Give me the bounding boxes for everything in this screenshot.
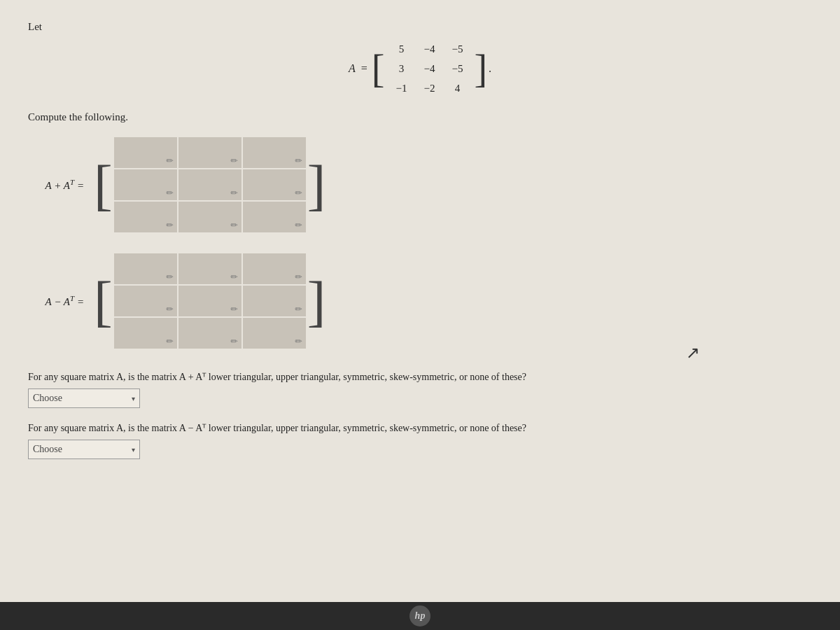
period: . <box>489 62 491 75</box>
matrix-bracket-container: [ 5 −4 −5 3 −4 −5 −1 −2 4 ] <box>372 40 487 97</box>
pencil-icon: ✎ <box>293 335 305 348</box>
let-label: Let <box>28 21 812 33</box>
eq2-input-20[interactable]: ✎ <box>114 318 177 349</box>
bracket-right: ] <box>474 49 487 88</box>
eq1-input-10[interactable]: ✎ <box>114 169 177 200</box>
pencil-icon: ✎ <box>293 155 305 167</box>
eq1-input-12[interactable]: ✎ <box>243 169 306 200</box>
pencil-icon: ✎ <box>164 155 176 167</box>
eq1-label: A + AT = <box>28 178 84 192</box>
eq2-matrix-wrapper: [ ✎ ✎ ✎ ✎ ✎ ✎ ✎ ✎ ✎ ] <box>94 253 326 349</box>
eq1-bracket-right: ] <box>307 158 326 211</box>
matrix-cell-21: −2 <box>415 83 443 94</box>
eq1-input-01[interactable]: ✎ <box>178 137 241 168</box>
eq2-input-10[interactable]: ✎ <box>114 286 177 316</box>
eq2-input-grid: ✎ ✎ ✎ ✎ ✎ ✎ ✎ ✎ ✎ <box>114 253 306 349</box>
question2-section: For any square matrix A, is the matrix A… <box>28 421 812 459</box>
bracket-left: [ <box>372 49 385 88</box>
choose-dropdown-1[interactable]: Choose ▾ <box>28 388 140 408</box>
matrix-cell-20: −1 <box>387 83 415 94</box>
matrix-display: A = [ 5 −4 −5 3 −4 −5 −1 −2 4 ] . <box>28 40 812 97</box>
question2-text: For any square matrix A, is the matrix A… <box>28 421 812 435</box>
eq2-input-02[interactable]: ✎ <box>243 253 306 284</box>
pencil-icon: ✎ <box>164 335 176 348</box>
eq1-bracket-left: [ <box>94 158 113 211</box>
matrix-cell-11: −4 <box>415 63 443 75</box>
pencil-icon: ✎ <box>164 271 176 284</box>
matrix-cell-22: 4 <box>443 83 471 94</box>
pencil-icon: ✎ <box>228 271 241 284</box>
eq2-bracket-left: [ <box>94 274 113 328</box>
question1-text: For any square matrix A, is the matrix A… <box>28 370 812 384</box>
choose-label-2: Choose <box>33 444 132 455</box>
eq1-input-11[interactable]: ✎ <box>178 169 241 200</box>
eq1-input-20[interactable]: ✎ <box>114 202 177 232</box>
pencil-icon: ✎ <box>293 303 305 316</box>
eq2-input-12[interactable]: ✎ <box>243 286 306 316</box>
compute-heading: Compute the following. <box>28 111 812 123</box>
matrix-grid: 5 −4 −5 3 −4 −5 −1 −2 4 <box>387 40 471 97</box>
pencil-icon: ✎ <box>293 219 305 232</box>
matrix-cell-01: −4 <box>415 43 443 55</box>
cursor-arrow: ↖ <box>686 343 700 363</box>
pencil-icon: ✎ <box>228 155 241 167</box>
eq2-input-21[interactable]: ✎ <box>178 318 241 349</box>
eq2-input-00[interactable]: ✎ <box>114 253 177 284</box>
eq1-row: A + AT = [ ✎ ✎ ✎ ✎ ✎ ✎ ✎ ✎ ✎ ] <box>28 137 812 232</box>
eq1-input-00[interactable]: ✎ <box>114 137 177 168</box>
matrix-cell-12: −5 <box>443 63 471 75</box>
pencil-icon: ✎ <box>293 187 305 200</box>
pencil-icon: ✎ <box>164 187 176 200</box>
matrix-cell-02: −5 <box>443 43 471 55</box>
eq1-matrix-wrapper: [ ✎ ✎ ✎ ✎ ✎ ✎ ✎ ✎ ✎ ] <box>94 137 326 232</box>
pencil-icon: ✎ <box>228 187 241 200</box>
eq2-row: A − AT = [ ✎ ✎ ✎ ✎ ✎ ✎ ✎ ✎ ✎ ] <box>28 253 812 349</box>
bottom-bar: hp <box>0 602 840 630</box>
pencil-icon: ✎ <box>228 219 241 232</box>
hp-logo: hp <box>410 606 430 626</box>
pencil-icon: ✎ <box>164 219 176 232</box>
main-page: Let A = [ 5 −4 −5 3 −4 −5 −1 −2 4 ] . Co… <box>0 0 840 602</box>
eq1-input-22[interactable]: ✎ <box>243 202 306 232</box>
pencil-icon: ✎ <box>228 335 241 348</box>
chevron-down-icon-2: ▾ <box>132 446 135 454</box>
eq2-label: A − AT = <box>28 294 84 308</box>
eq2-bracket-right: ] <box>307 274 326 328</box>
equals-sign: = <box>361 62 368 75</box>
pencil-icon: ✎ <box>164 303 176 316</box>
pencil-icon: ✎ <box>228 303 241 316</box>
matrix-cell-10: 3 <box>387 63 415 75</box>
choose-label-1: Choose <box>33 393 132 404</box>
matrix-cell-00: 5 <box>387 43 415 55</box>
chevron-down-icon-1: ▾ <box>132 395 135 402</box>
question1-section: For any square matrix A, is the matrix A… <box>28 370 812 408</box>
eq2-input-22[interactable]: ✎ <box>243 318 306 349</box>
pencil-icon: ✎ <box>293 271 305 284</box>
choose-dropdown-2[interactable]: Choose ▾ <box>28 440 140 459</box>
eq1-input-02[interactable]: ✎ <box>243 137 306 168</box>
eq2-input-01[interactable]: ✎ <box>178 253 241 284</box>
eq1-input-21[interactable]: ✎ <box>178 202 241 232</box>
eq2-input-11[interactable]: ✎ <box>178 286 241 316</box>
matrix-a-label: A <box>349 62 356 75</box>
eq1-input-grid: ✎ ✎ ✎ ✎ ✎ ✎ ✎ ✎ ✎ <box>114 137 306 232</box>
